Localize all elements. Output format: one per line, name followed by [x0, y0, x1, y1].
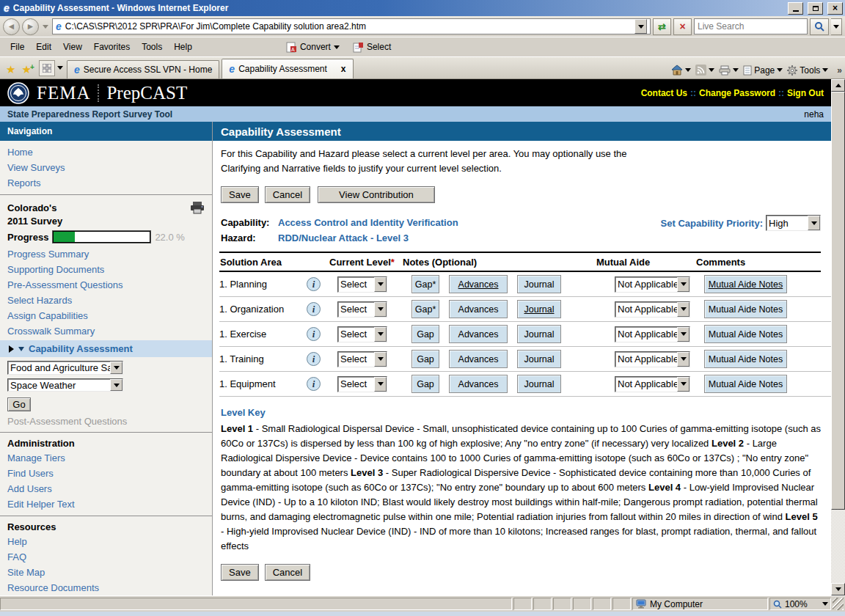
favorites-star-icon[interactable]: ★	[3, 63, 18, 76]
menu-item[interactable]: Edit	[30, 40, 57, 54]
capability-select[interactable]: Food and Agriculture Safety an	[7, 361, 123, 375]
sidebar-link[interactable]: Supporting Documents	[0, 262, 212, 277]
sidebar-link[interactable]: Crosswalk Summary	[0, 323, 212, 339]
dropdown-arrow-button[interactable]	[677, 302, 689, 317]
info-icon[interactable]: i	[307, 352, 321, 366]
journal-button[interactable]: Journal	[517, 275, 561, 293]
refresh-button[interactable]: ⇄	[653, 18, 671, 35]
dropdown-arrow-button[interactable]	[374, 277, 387, 292]
tab-list-dropdown-icon[interactable]	[57, 66, 63, 70]
save-button[interactable]: Save	[221, 564, 259, 581]
journal-button[interactable]: Journal	[517, 325, 561, 343]
gap-button[interactable]: Gap*	[411, 300, 439, 318]
close-button[interactable]: ×	[827, 2, 843, 15]
current-level-select[interactable]: Select	[337, 376, 387, 392]
dropdown-arrow-button[interactable]	[808, 216, 820, 230]
advances-button[interactable]: Advances	[449, 300, 508, 318]
vertical-scrollbar[interactable]	[831, 79, 845, 595]
print-button[interactable]	[719, 65, 739, 76]
journal-button[interactable]: Journal	[517, 300, 561, 318]
menu-item[interactable]: View	[57, 40, 88, 54]
priority-select[interactable]: High	[766, 215, 821, 231]
sidebar-link[interactable]: Progress Summary	[0, 246, 212, 262]
sidebar-link[interactable]: View Surveys	[0, 160, 212, 175]
tools-menu-button[interactable]: Tools	[787, 65, 828, 76]
mutual-aide-select[interactable]: Not Applicable	[615, 326, 690, 342]
sidebar-link[interactable]: Reports	[0, 175, 212, 191]
tab-capability-assessment[interactable]: e Capability Assessment x	[222, 59, 353, 78]
sidebar-link[interactable]: Assign Capabilities	[0, 308, 212, 323]
sidebar-link[interactable]: Site Map	[0, 565, 212, 580]
menu-item[interactable]: Tools	[136, 40, 168, 54]
stop-button[interactable]: ×	[673, 18, 692, 35]
contact-us-link[interactable]: Contact Us	[641, 88, 687, 98]
search-input[interactable]: Live Search	[694, 18, 808, 34]
search-options-button[interactable]	[831, 18, 842, 35]
dropdown-arrow-button[interactable]	[374, 377, 387, 392]
dropdown-arrow-button[interactable]	[374, 302, 387, 317]
dropdown-arrow-button[interactable]	[374, 327, 387, 342]
cancel-button[interactable]: Cancel	[265, 564, 310, 581]
mutual-aide-notes-button[interactable]: Mutual Aide Notes	[704, 300, 787, 318]
current-level-select[interactable]: Select	[337, 301, 387, 318]
dropdown-arrow-button[interactable]	[110, 379, 122, 392]
info-icon[interactable]: i	[307, 302, 321, 316]
tab-ssl-vpn[interactable]: e Secure Access SSL VPN - Home	[67, 60, 219, 78]
info-icon[interactable]: i	[307, 277, 321, 291]
advances-button[interactable]: Advances	[449, 350, 508, 368]
print-survey-button[interactable]	[190, 202, 205, 218]
sidebar-link[interactable]: Add Users	[0, 481, 212, 496]
zoom-control[interactable]: 100%	[769, 598, 831, 610]
dropdown-arrow-button[interactable]	[374, 352, 387, 367]
hazard-select[interactable]: Space Weather	[7, 378, 123, 392]
dropdown-arrow-button[interactable]	[110, 362, 122, 374]
chevron-down-icon[interactable]	[822, 602, 828, 606]
minimize-button[interactable]	[788, 2, 803, 15]
sidebar-link[interactable]: Edit Helper Text	[0, 496, 212, 512]
hazard-value-link[interactable]: RDD/Nuclear Attack - Level 3	[278, 230, 409, 246]
gap-button[interactable]: Gap*	[411, 275, 439, 293]
dropdown-arrow-button[interactable]	[677, 277, 689, 292]
scroll-down-button[interactable]	[831, 583, 845, 595]
resize-grip[interactable]	[833, 598, 844, 610]
menu-item[interactable]: Help	[168, 40, 198, 54]
journal-button[interactable]: Journal	[517, 375, 561, 393]
dropdown-arrow-button[interactable]	[677, 352, 689, 367]
search-button[interactable]	[810, 18, 829, 35]
mutual-aide-select[interactable]: Not Applicable	[615, 276, 690, 293]
home-button[interactable]	[671, 65, 691, 76]
mutual-aide-notes-button[interactable]: Mutual Aide Notes	[704, 375, 787, 393]
tab-close-icon[interactable]: x	[341, 64, 346, 74]
info-icon[interactable]: i	[307, 377, 321, 391]
sidebar-link[interactable]: Pre-Assessment Questions	[0, 277, 212, 293]
dropdown-arrow-button[interactable]	[677, 327, 689, 342]
scroll-up-button[interactable]	[831, 79, 845, 92]
mutual-aide-select[interactable]: Not Applicable	[615, 351, 690, 367]
capability-value-link[interactable]: Access Control and Identity Verification	[278, 215, 458, 230]
menu-item[interactable]: File	[4, 40, 30, 54]
add-favorite-icon[interactable]: ★+	[18, 63, 34, 76]
advances-button[interactable]: Advances	[449, 275, 508, 293]
address-dropdown-button[interactable]	[634, 19, 647, 34]
address-input[interactable]: e C:\CAS\SPR\2012 SPR\PRA\For Jim\Comple…	[52, 18, 651, 34]
sidebar-link[interactable]: Select Hazards	[0, 293, 212, 308]
mutual-aide-select[interactable]: Not Applicable	[615, 301, 690, 318]
back-button[interactable]: ◄	[3, 18, 20, 35]
current-level-select[interactable]: Select	[337, 351, 387, 367]
sign-out-link[interactable]: Sign Out	[787, 88, 824, 98]
sidebar-link[interactable]: Home	[0, 144, 212, 160]
change-password-link[interactable]: Change Password	[699, 88, 775, 98]
journal-button[interactable]: Journal	[517, 350, 561, 368]
current-level-select[interactable]: Select	[337, 276, 387, 293]
info-icon[interactable]: i	[307, 327, 321, 341]
mutual-aide-select[interactable]: Not Applicable	[615, 376, 690, 392]
select-button[interactable]: Select	[367, 42, 391, 52]
sidebar-item-capability-assessment[interactable]: Capability Assessment	[0, 340, 212, 357]
menu-item[interactable]: Favorites	[88, 40, 136, 54]
view-contribution-button[interactable]: View Contribution	[318, 186, 435, 203]
page-menu-button[interactable]: Page	[743, 65, 783, 76]
dropdown-arrow-button[interactable]	[677, 377, 689, 392]
current-level-select[interactable]: Select	[337, 326, 387, 342]
sidebar-link[interactable]: Help	[0, 534, 212, 549]
forward-button[interactable]: ►	[22, 18, 39, 35]
